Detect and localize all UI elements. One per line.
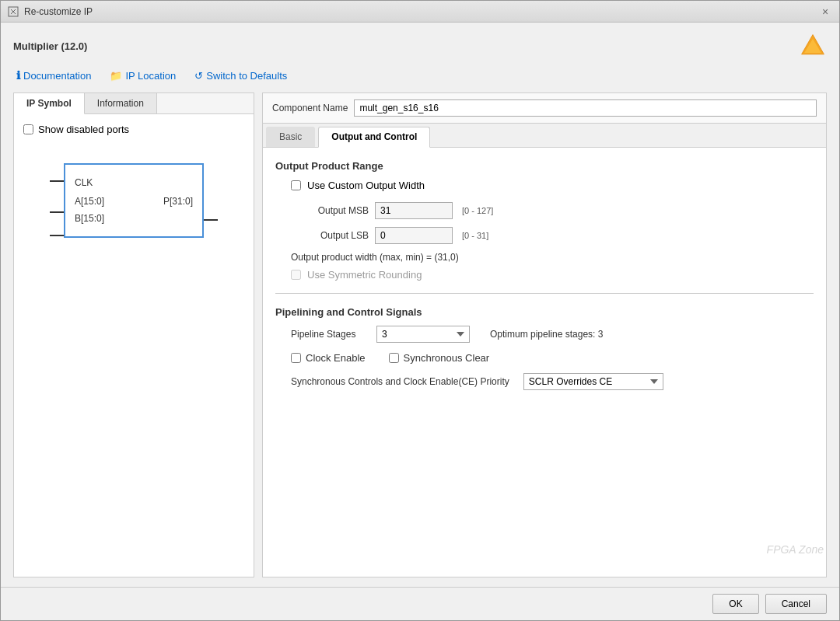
output-msb-label: Output MSB <box>306 205 369 216</box>
window-title: Re-customize IP <box>24 6 817 17</box>
clk-label: CLK <box>75 177 93 188</box>
output-lsb-range: [0 - 31] <box>462 231 488 240</box>
show-disabled-ports-label: Show disabled ports <box>38 124 129 135</box>
left-tabs: IP Symbol Information <box>14 93 254 114</box>
output-lsb-label: Output LSB <box>306 230 369 241</box>
control-signals-group: Clock Enable Synchronous Clear <box>291 352 814 364</box>
priority-select-wrapper: SCLR Overrides CE CE Overrides SCLR <box>523 373 663 390</box>
synchronous-clear-label: Synchronous Clear <box>404 352 490 364</box>
refresh-icon: ↺ <box>194 70 203 82</box>
output-product-range-title: Output Product Range <box>275 160 814 172</box>
component-name-bar: Component Name <box>263 93 826 124</box>
tab-ip-symbol[interactable]: IP Symbol <box>14 93 85 114</box>
bottom-bar: OK Cancel <box>1 587 839 620</box>
app-icon <box>7 5 19 18</box>
a-wire <box>50 211 64 213</box>
use-custom-output-width-checkbox[interactable] <box>291 180 301 190</box>
output-product-range-section: Output Product Range Use Custom Output W… <box>275 160 814 281</box>
pipeline-stages-row: Pipeline Stages 3 0 1 2 4 5 <box>291 326 814 343</box>
main-window: Re-customize IP × Multiplier (12.0) ℹ Do… <box>0 0 840 621</box>
product-width-text: Output product width (max, min) = (31,0) <box>291 252 814 263</box>
workspace: IP Symbol Information Show disabled port… <box>13 92 827 577</box>
output-lsb-input[interactable] <box>375 227 453 244</box>
close-button[interactable]: × <box>817 4 833 19</box>
output-lsb-row: Output LSB [0 - 31] <box>306 227 814 244</box>
app-header: Multiplier (12.0) <box>13 32 827 60</box>
input-b-label: B[15:0] <box>75 213 104 224</box>
ip-location-button[interactable]: 📁 IP Location <box>107 68 179 83</box>
use-custom-output-width-label: Use Custom Output Width <box>307 180 425 191</box>
tab-basic[interactable]: Basic <box>266 127 315 147</box>
pipeline-stages-select[interactable]: 3 0 1 2 4 5 6 <box>376 326 470 343</box>
pipeline-stages-label: Pipeline Stages <box>291 329 369 340</box>
priority-select[interactable]: SCLR Overrides CE CE Overrides SCLR <box>523 373 663 390</box>
left-panel: IP Symbol Information Show disabled port… <box>13 92 254 577</box>
right-tabs: Basic Output and Control <box>263 124 826 148</box>
right-panel: Component Name Basic Output and Control … <box>262 92 827 577</box>
title-bar: Re-customize IP × <box>1 1 839 23</box>
show-disabled-ports-row: Show disabled ports <box>23 124 244 135</box>
cancel-button[interactable]: Cancel <box>765 594 827 614</box>
tab-information[interactable]: Information <box>85 93 157 113</box>
clock-enable-row: Clock Enable <box>291 352 366 364</box>
input-a-label: A[15:0] <box>75 196 104 207</box>
clock-enable-checkbox[interactable] <box>291 353 301 363</box>
app-title: Multiplier (12.0) <box>13 40 87 52</box>
pipelining-section: Pipelining and Control Signals Pipeline … <box>275 306 814 390</box>
documentation-button[interactable]: ℹ Documentation <box>13 68 94 83</box>
pipelining-title: Pipelining and Control Signals <box>275 306 814 318</box>
ok-button[interactable]: OK <box>712 594 758 614</box>
symbol-box: CLK A[15:0] P[31:0] B[15:0] <box>64 163 204 238</box>
show-disabled-ports-checkbox[interactable] <box>23 124 33 134</box>
app-logo <box>799 32 827 60</box>
priority-row: Synchronous Controls and Clock Enable(CE… <box>291 373 814 390</box>
output-p-label: P[31:0] <box>163 196 193 207</box>
symmetric-rounding-label: Use Symmetric Rounding <box>307 269 422 281</box>
right-panel-body: Output Product Range Use Custom Output W… <box>263 148 826 577</box>
optimum-stages-text: Optimum pipeline stages: 3 <box>490 329 603 340</box>
p-wire <box>204 219 218 221</box>
custom-output-width-row: Use Custom Output Width <box>291 180 814 191</box>
info-icon: ℹ <box>16 69 20 82</box>
component-name-input[interactable] <box>354 99 817 117</box>
output-msb-range: [0 - 127] <box>462 206 493 215</box>
tab-output-control[interactable]: Output and Control <box>318 127 430 148</box>
synchronous-clear-row: Synchronous Clear <box>389 352 490 364</box>
component-name-label: Component Name <box>272 103 348 113</box>
priority-label: Synchronous Controls and Clock Enable(CE… <box>291 376 509 387</box>
b-wire <box>50 235 64 236</box>
synchronous-clear-checkbox[interactable] <box>389 353 399 363</box>
symmetric-rounding-checkbox[interactable] <box>291 270 301 280</box>
symbol-container: CLK A[15:0] P[31:0] B[15:0] <box>23 148 244 253</box>
left-panel-body: Show disabled ports <box>14 114 254 577</box>
output-msb-row: Output MSB [0 - 127] <box>306 202 814 219</box>
output-msb-input[interactable] <box>375 202 453 219</box>
toolbar: ℹ Documentation 📁 IP Location ↺ Switch t… <box>13 68 827 83</box>
clock-enable-label: Clock Enable <box>306 352 366 364</box>
pipeline-stages-select-wrapper: 3 0 1 2 4 5 6 <box>376 326 470 343</box>
clk-wire <box>50 180 64 182</box>
folder-icon: 📁 <box>110 70 122 82</box>
switch-defaults-button[interactable]: ↺ Switch to Defaults <box>191 68 290 83</box>
symmetric-rounding-row: Use Symmetric Rounding <box>291 269 814 281</box>
divider-1 <box>275 293 814 294</box>
